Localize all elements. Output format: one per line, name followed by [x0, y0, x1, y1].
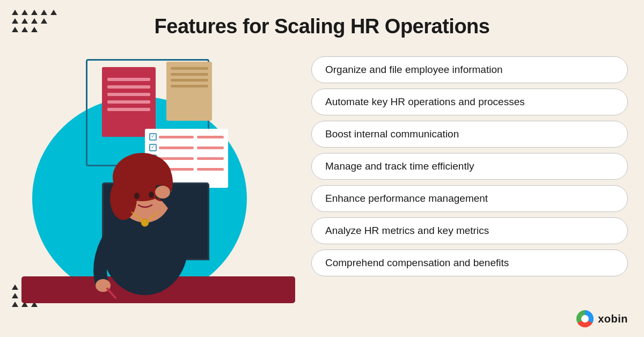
feature-item-2: Automate key HR operations and processes — [311, 89, 628, 115]
feature-item-4: Manage and track time efficiently — [311, 153, 628, 180]
person-illustration — [54, 107, 236, 306]
illustration-area — [21, 54, 295, 317]
svg-point-6 — [134, 193, 140, 199]
feature-item-5: Enhance performance management — [311, 185, 628, 212]
feature-item-3: Boost internal communication — [311, 121, 628, 148]
svg-point-7 — [149, 192, 154, 198]
xobin-text: xobin — [598, 313, 628, 325]
page-title: Features for Scaling HR Operations — [0, 15, 644, 38]
svg-line-10 — [107, 289, 115, 298]
feature-item-6: Analyze HR metrics and key metrics — [311, 217, 628, 244]
page-container: Features for Scaling HR Operations — [0, 0, 644, 337]
xobin-logo: xobin — [576, 310, 628, 327]
xobin-icon — [576, 310, 594, 327]
feature-item-7: Comprehend compensation and benefits — [311, 250, 628, 276]
svg-point-11 — [155, 186, 170, 199]
feature-item-1: Organize and file employee information — [311, 56, 628, 83]
features-list: Organize and file employee informationAu… — [311, 56, 628, 276]
